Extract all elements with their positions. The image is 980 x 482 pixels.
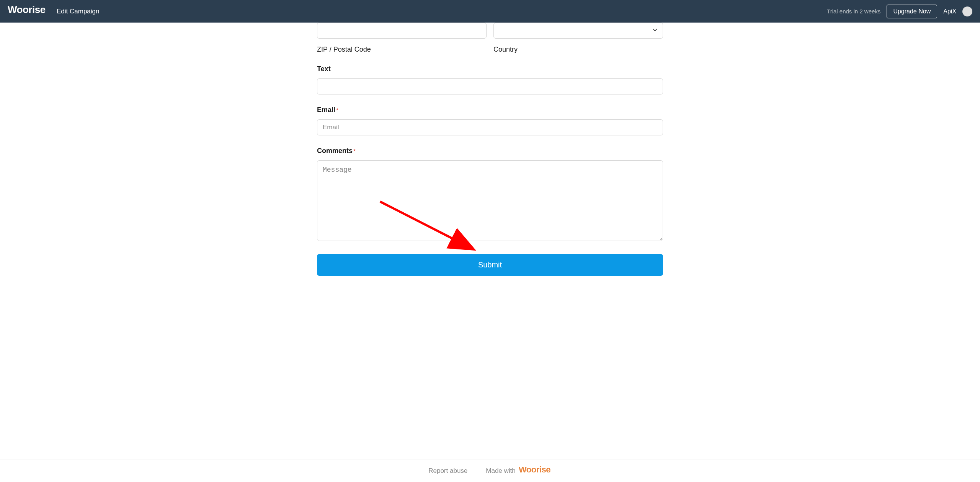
svg-text:Woorise: Woorise: [8, 5, 46, 15]
page-title: Edit Campaign: [57, 8, 100, 15]
country-select[interactable]: [493, 23, 663, 39]
email-required-marker: *: [336, 107, 338, 113]
form-container: ZIP / Postal Code Country Text: [317, 23, 663, 276]
user-name[interactable]: ApiX: [943, 8, 956, 15]
comments-label-text: Comments: [317, 147, 353, 155]
zip-country-row: ZIP / Postal Code Country: [317, 23, 663, 54]
country-sublabel: Country: [493, 46, 663, 54]
submit-button[interactable]: Submit: [317, 254, 663, 276]
zip-sublabel: ZIP / Postal Code: [317, 46, 487, 54]
footer: Report abuse Made with Woorise: [0, 459, 980, 482]
text-label: Text: [317, 65, 663, 73]
country-col: Country: [493, 23, 663, 54]
trial-status: Trial ends in 2 weeks: [827, 8, 880, 15]
comments-required-marker: *: [353, 148, 356, 154]
header-right: Trial ends in 2 weeks Upgrade Now ApiX: [827, 5, 972, 18]
country-select-wrapper: [493, 23, 663, 39]
report-abuse-link[interactable]: Report abuse: [428, 467, 467, 475]
made-with-text: Made with: [486, 467, 515, 475]
email-label: Email*: [317, 106, 663, 114]
avatar[interactable]: [962, 7, 972, 16]
main-content: ZIP / Postal Code Country Text: [0, 23, 980, 459]
made-with: Made with Woorise: [486, 465, 551, 477]
svg-text:Woorise: Woorise: [519, 465, 550, 474]
zip-input[interactable]: [317, 23, 487, 39]
email-input[interactable]: [317, 119, 663, 135]
zip-col: ZIP / Postal Code: [317, 23, 487, 54]
footer-woorise-logo[interactable]: Woorise: [519, 465, 552, 477]
email-label-text: Email: [317, 106, 335, 114]
upgrade-button[interactable]: Upgrade Now: [887, 5, 937, 18]
app-header: Woorise Edit Campaign Trial ends in 2 we…: [0, 0, 980, 23]
text-input[interactable]: [317, 78, 663, 94]
comments-label: Comments*: [317, 147, 663, 155]
woorise-logo[interactable]: Woorise: [8, 5, 46, 18]
comments-textarea[interactable]: [317, 160, 663, 241]
